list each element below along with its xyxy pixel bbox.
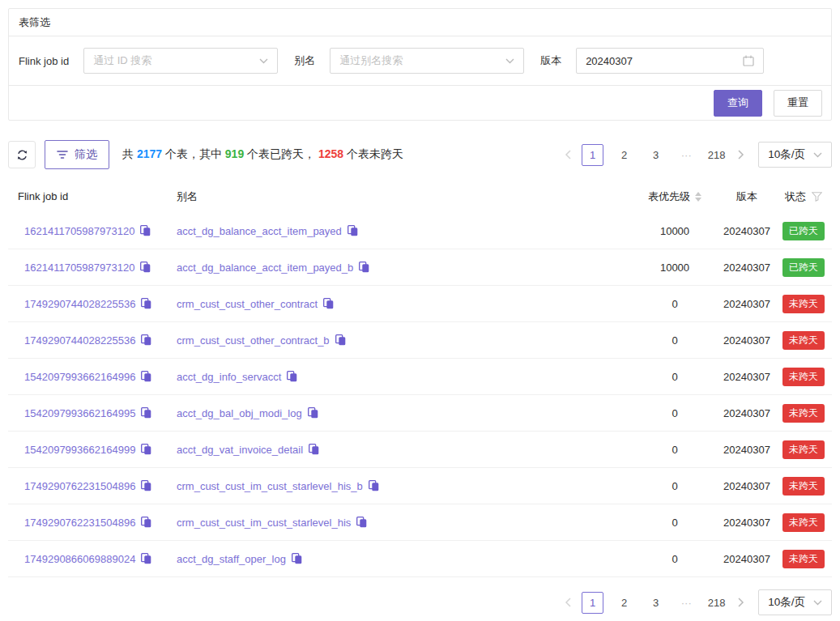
job-id-link[interactable]: 1749290744028225536 [24,298,151,310]
job-id-link[interactable]: 1542097993662164995 [24,407,151,419]
job-id-link[interactable]: 1749290762231504896 [24,480,151,492]
priority-cell: 0 [631,407,718,419]
version-date-input[interactable] [586,55,715,67]
alias-link[interactable]: acct_dg_staff_oper_log [177,553,302,565]
job-id-select[interactable]: 通过 ID 搜索 [83,48,278,74]
page-ellipsis[interactable]: ··· [676,597,696,609]
copy-icon[interactable] [323,298,334,309]
copy-icon[interactable] [141,298,151,309]
version-cell: 20240307 [718,298,775,310]
job-id-link[interactable]: 1542097993662164999 [24,444,151,456]
copy-icon[interactable] [141,407,151,419]
pagination-top: 1 2 3 ··· 218 10条/页 [559,142,832,168]
copy-icon[interactable] [140,225,151,236]
copy-icon[interactable] [348,225,358,236]
prev-page-button[interactable] [559,592,577,614]
alias-link[interactable]: acct_dg_bal_obj_modi_log [177,407,318,419]
sort-icon[interactable] [695,192,701,202]
page-button-3[interactable]: 3 [645,144,667,166]
filter-toggle-button[interactable]: 筛选 [45,140,109,169]
query-button[interactable]: 查询 [714,90,762,117]
page-size-select[interactable]: 10条/页 [758,589,832,615]
page-button-3[interactable]: 3 [645,592,667,614]
alias-link[interactable]: crm_cust_cust_other_contract [177,298,334,310]
page-button-2[interactable]: 2 [613,592,635,614]
job-id-link[interactable]: 1749290762231504896 [24,517,151,529]
status-badge: 已跨天 [782,258,825,277]
copy-icon[interactable] [140,262,151,273]
version-cell: 20240307 [718,407,775,419]
next-page-button[interactable] [732,592,750,614]
table-row: 1749290744028225536 crm_cust_cust_other_… [8,322,832,359]
table-stats: 共 2177 个表，其中 919 个表已跨天， 1258 个表未跨天 [122,147,403,162]
prev-page-button[interactable] [559,144,577,166]
copy-icon[interactable] [369,480,379,491]
status-badge: 未跨天 [782,477,825,496]
filter-card-title: 表筛选 [9,9,831,36]
refresh-button[interactable] [8,141,36,168]
page-ellipsis[interactable]: ··· [676,149,696,161]
copy-icon[interactable] [359,262,369,273]
copy-icon[interactable] [141,480,151,491]
priority-cell: 0 [631,371,718,383]
copy-icon[interactable] [356,517,367,528]
job-id-link[interactable]: 1621411705987973120 [24,262,151,274]
alias-link[interactable]: acct_dg_balance_acct_item_payed [177,225,358,237]
stats-prefix: 共 [122,147,137,160]
job-id-link[interactable]: 1542097993662164996 [24,371,151,383]
stats-mid1: 个表，其中 [162,147,225,160]
version-cell: 20240307 [718,334,775,347]
job-id-label: Flink job id [19,55,69,67]
page-button-1[interactable]: 1 [582,144,603,166]
alias-link[interactable]: crm_cust_cust_other_contract_b [177,334,346,347]
copy-icon[interactable] [141,371,151,382]
header-alias: 别名 [177,189,631,204]
alias-select[interactable]: 通过别名搜索 [330,48,524,74]
job-id-link[interactable]: 1749290866069889024 [24,553,151,565]
table-header-row: Flink job id 别名 表优先级 版本 状态 [8,180,832,213]
page-button-1[interactable]: 1 [582,592,603,614]
copy-icon[interactable] [287,371,297,382]
version-date-picker[interactable] [576,48,764,74]
status-badge: 未跨天 [782,440,825,459]
copy-icon[interactable] [335,334,346,346]
priority-cell: 0 [631,298,718,310]
pagination-bottom-wrapper: 1 2 3 ··· 218 10条/页 [8,589,832,615]
copy-icon[interactable] [309,444,319,455]
header-status-label: 状态 [785,189,806,204]
stats-mid2: 个表已跨天， [244,147,318,160]
page: 表筛选 Flink job id 通过 ID 搜索 别名 通过别名搜索 版本 [0,0,840,621]
chevron-down-icon [813,600,822,606]
page-button-last[interactable]: 218 [706,144,727,166]
reset-button[interactable]: 重置 [774,90,822,117]
filter-funnel-icon[interactable] [812,192,822,202]
copy-icon[interactable] [292,553,302,564]
version-cell: 20240307 [718,371,775,383]
job-id-link[interactable]: 1621411705987973120 [24,225,151,237]
page-button-last[interactable]: 218 [706,592,727,614]
version-label: 版本 [540,53,561,68]
alias-link[interactable]: crm_cust_cust_im_cust_starlevel_his [177,517,367,529]
alias-link[interactable]: acct_dg_vat_invoice_detail [177,444,319,456]
alias-link[interactable]: acct_dg_balance_acct_item_payed_b [177,262,369,274]
priority-cell: 0 [631,480,718,492]
job-id-placeholder: 通过 ID 搜索 [93,53,151,68]
status-badge: 已跨天 [782,222,825,240]
status-badge: 未跨天 [782,331,825,350]
table-row: 1542097993662164995 acct_dg_bal_obj_modi… [8,395,832,432]
copy-icon[interactable] [141,444,151,455]
alias-link[interactable]: crm_cust_cust_im_cust_starlevel_his_b [177,480,379,492]
copy-icon[interactable] [308,407,318,419]
copy-icon[interactable] [141,553,151,564]
version-cell: 20240307 [718,517,775,529]
header-status: 状态 [775,189,832,204]
copy-icon[interactable] [141,517,151,528]
page-size-select[interactable]: 10条/页 [758,142,832,168]
job-id-link[interactable]: 1749290744028225536 [24,334,151,347]
alias-link[interactable]: acct_dg_info_servacct [177,371,297,383]
next-page-button[interactable] [732,144,750,166]
toolbar: 筛选 共 2177 个表，其中 919 个表已跨天， 1258 个表未跨天 1 … [8,140,832,169]
filter-card: 表筛选 Flink job id 通过 ID 搜索 别名 通过别名搜索 版本 [8,8,832,121]
page-button-2[interactable]: 2 [613,144,635,166]
copy-icon[interactable] [141,334,151,346]
